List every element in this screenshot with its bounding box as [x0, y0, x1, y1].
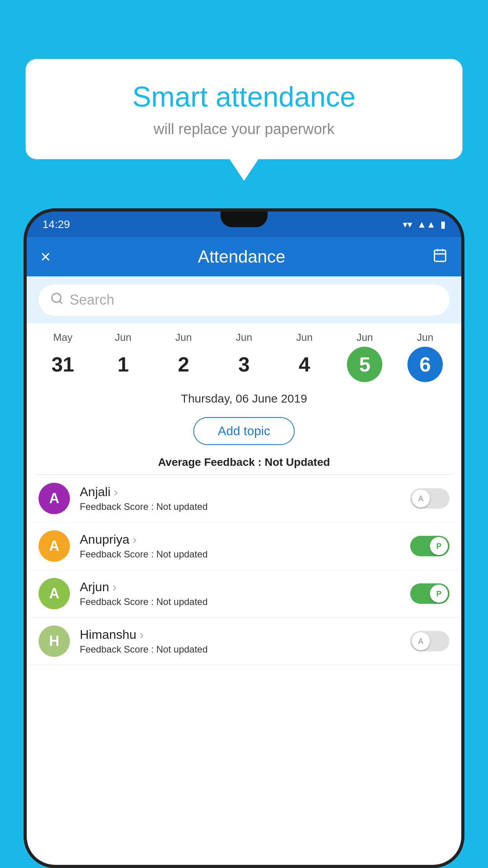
student-feedback-anjali: Feedback Score : Not updated	[80, 501, 400, 512]
speech-bubble: Smart attendance will replace your paper…	[26, 59, 462, 159]
student-info-anupriya: Anupriya Feedback Score : Not updated	[80, 532, 400, 560]
calendar-day-jun1[interactable]: Jun 1	[100, 331, 147, 382]
calendar-day-jun6[interactable]: Jun 6	[402, 331, 449, 382]
speech-bubble-title: Smart attendance	[49, 81, 439, 113]
selected-date-label: Thursday, 06 June 2019	[27, 386, 461, 409]
student-name-anupriya: Anupriya	[80, 532, 400, 547]
student-item-anjali[interactable]: A Anjali Feedback Score : Not updated A	[27, 475, 461, 522]
phone-notch	[220, 211, 268, 227]
wifi-icon: ▾▾	[403, 219, 412, 230]
student-item-arjun[interactable]: A Arjun Feedback Score : Not updated P	[27, 570, 461, 618]
student-list: A Anjali Feedback Score : Not updated A …	[27, 475, 461, 665]
speech-bubble-subtitle: will replace your paperwork	[49, 121, 439, 138]
svg-line-5	[60, 301, 62, 303]
calendar-day-jun4[interactable]: Jun 4	[281, 331, 328, 382]
toggle-anjali[interactable]: A	[410, 488, 449, 509]
speech-bubble-container: Smart attendance will replace your paper…	[26, 59, 462, 159]
student-info-arjun: Arjun Feedback Score : Not updated	[80, 580, 400, 607]
signal-icon: ▲▲	[417, 219, 436, 230]
search-bar[interactable]: Search	[39, 284, 449, 316]
svg-point-4	[52, 293, 61, 302]
student-avatar-himanshu: H	[39, 625, 70, 657]
student-info-himanshu: Himanshu Feedback Score : Not updated	[80, 627, 400, 655]
student-feedback-anupriya: Feedback Score : Not updated	[80, 549, 400, 560]
student-feedback-arjun: Feedback Score : Not updated	[80, 596, 400, 607]
phone-screen: Search May 31 Jun 1 Jun 2 Jun 3 Jun	[27, 276, 461, 865]
calendar-strip: May 31 Jun 1 Jun 2 Jun 3 Jun 4 Jun 5	[27, 324, 461, 386]
close-button[interactable]: ×	[40, 247, 51, 267]
student-item-anupriya[interactable]: A Anupriya Feedback Score : Not updated …	[27, 522, 461, 570]
student-avatar-arjun: A	[39, 578, 70, 609]
svg-rect-0	[435, 250, 446, 261]
avg-feedback: Average Feedback : Not Updated	[27, 453, 461, 474]
toggle-anupriya[interactable]: P	[410, 536, 449, 556]
search-icon	[50, 292, 64, 308]
student-info-anjali: Anjali Feedback Score : Not updated	[80, 485, 400, 512]
toggle-himanshu[interactable]: A	[410, 631, 449, 651]
status-time: 14:29	[42, 218, 70, 231]
app-bar: × Attendance	[27, 237, 461, 276]
battery-icon: ▮	[440, 219, 446, 230]
calendar-day-may31[interactable]: May 31	[39, 331, 86, 382]
search-container: Search	[27, 276, 461, 324]
phone-frame: 14:29 ▾▾ ▲▲ ▮ × Attendance	[24, 208, 464, 868]
calendar-day-jun2[interactable]: Jun 2	[160, 331, 207, 382]
student-item-himanshu[interactable]: H Himanshu Feedback Score : Not updated …	[27, 618, 461, 665]
add-topic-button[interactable]: Add topic	[193, 417, 294, 445]
app-bar-title: Attendance	[198, 247, 286, 267]
student-avatar-anjali: A	[39, 483, 70, 514]
student-name-anjali: Anjali	[80, 485, 400, 499]
calendar-day-jun3[interactable]: Jun 3	[220, 331, 268, 382]
student-name-arjun: Arjun	[80, 580, 400, 594]
calendar-icon[interactable]	[433, 248, 448, 266]
toggle-arjun[interactable]: P	[410, 583, 449, 604]
student-name-himanshu: Himanshu	[80, 627, 400, 642]
search-input-placeholder: Search	[70, 292, 114, 308]
student-avatar-anupriya: A	[39, 530, 70, 562]
calendar-day-jun5[interactable]: Jun 5	[341, 331, 388, 382]
status-icons: ▾▾ ▲▲ ▮	[403, 219, 446, 230]
student-feedback-himanshu: Feedback Score : Not updated	[80, 644, 400, 655]
